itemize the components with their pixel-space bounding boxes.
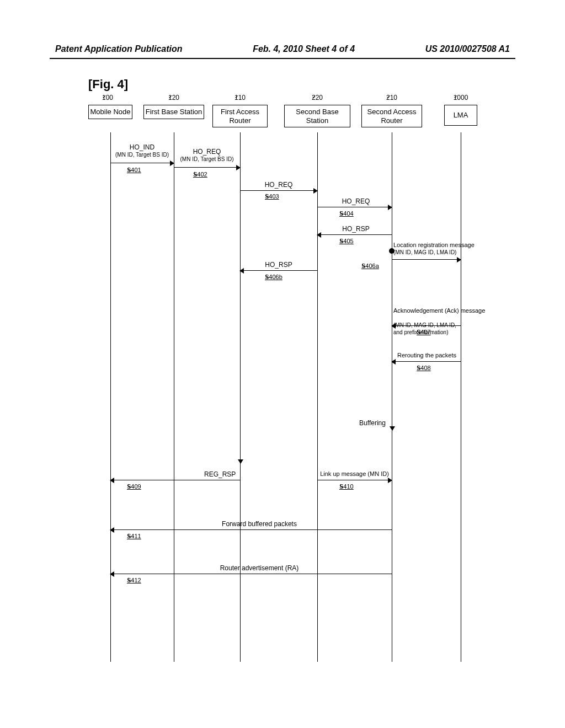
msg-locreg-sub: (MN ID, MAG ID, LMA ID) (393, 249, 487, 256)
actor-first-bs: First Base Station (143, 105, 204, 119)
msg-ho-req2: HO_REQ (251, 181, 306, 189)
actor-lma: LMA (444, 105, 477, 126)
lifeline-lma (461, 132, 461, 662)
arrow-ho-req3 (317, 207, 392, 207)
arrow-ho-rsp2 (240, 270, 317, 271)
msg-ack-sub: (MN ID, MAG ID, LMA ID, and prefix infor… (393, 322, 493, 336)
msg-buffering: Buffering (356, 419, 389, 427)
msg-ho-rsp2: HO_RSP (251, 261, 306, 269)
msg-ho-ind-sub: (MN ID, Target BS ID) (110, 152, 174, 159)
actor-second-bs: Second Base Station (284, 105, 350, 127)
header-rule (50, 58, 515, 59)
arrow-ho-req2 (240, 190, 317, 191)
step-s411: ↳S411 (127, 533, 141, 539)
sequence-diagram: ✓ 100 ✓ 120 ✓ 110 ✓ 220 ✓ 210 ✓ 1000 Mob… (88, 94, 486, 662)
arrow-ho-req1 (174, 167, 240, 168)
step-s405: ↳S405 (339, 238, 354, 244)
lifeline-first-bs (174, 132, 174, 662)
msg-fwd: Forward buffered packets (204, 520, 315, 528)
lifeline-second-bs (317, 132, 318, 662)
step-s401: ↳S401 (127, 167, 141, 173)
step-s404: ↳S404 (339, 210, 354, 217)
step-s402: ↳S402 (193, 171, 207, 178)
actor-first-ar: First Access Router (212, 105, 268, 127)
lifeline-mobile-node (110, 132, 111, 662)
vert-second-ar (392, 254, 392, 430)
arrow-link-up (317, 480, 392, 480)
msg-ho-req3: HO_REQ (328, 197, 383, 206)
vert-first-ar (240, 270, 241, 463)
step-s406b: ↳S406b (265, 274, 282, 280)
msg-reroute: Rerouting the packets (397, 352, 475, 360)
step-s409: ↳S409 (127, 483, 141, 490)
msg-ho-req1: HO_REQ (174, 148, 240, 156)
header-center: Feb. 4, 2010 Sheet 4 of 4 (253, 44, 355, 54)
msg-ho-ind: HO_IND (110, 143, 174, 152)
msg-ack: Acknowledgement (Ack) message (393, 307, 493, 315)
msg-reg-rsp: REG_RSP (204, 470, 248, 479)
arrow-reroute (392, 361, 461, 362)
step-s407: ↳S407 (417, 329, 431, 335)
step-s410: ↳S410 (339, 483, 354, 490)
actor-mobile-node: Mobile Node (88, 105, 132, 119)
arrow-locreg (392, 259, 461, 260)
msg-locreg: Location registration message (393, 242, 487, 249)
msg-ra: Router advertisement (RA) (204, 564, 315, 572)
arrow-reg-rsp (110, 480, 240, 480)
arrow-ho-ind (110, 163, 174, 163)
header-right: US 2010/0027508 A1 (425, 44, 510, 54)
step-s412: ↳S412 (127, 577, 141, 584)
step-s408: ↳S408 (417, 365, 431, 371)
msg-ho-req1-sub: (MN ID, Target BS ID) (174, 156, 240, 163)
step-s406a: ↳S406a (361, 263, 379, 269)
actor-second-ar: Second Access Router (361, 105, 422, 127)
figure-label: [Fig. 4] (88, 77, 128, 92)
arrow-ra (110, 574, 392, 574)
msg-ho-rsp1: HO_RSP (328, 225, 383, 233)
msg-link-up: Link up message (MN ID) (312, 470, 397, 478)
header-left: Patent Application Publication (55, 44, 183, 54)
arrow-fwd (110, 529, 392, 530)
arrow-ho-rsp1 (317, 234, 392, 235)
step-s403: ↳S403 (265, 193, 279, 200)
